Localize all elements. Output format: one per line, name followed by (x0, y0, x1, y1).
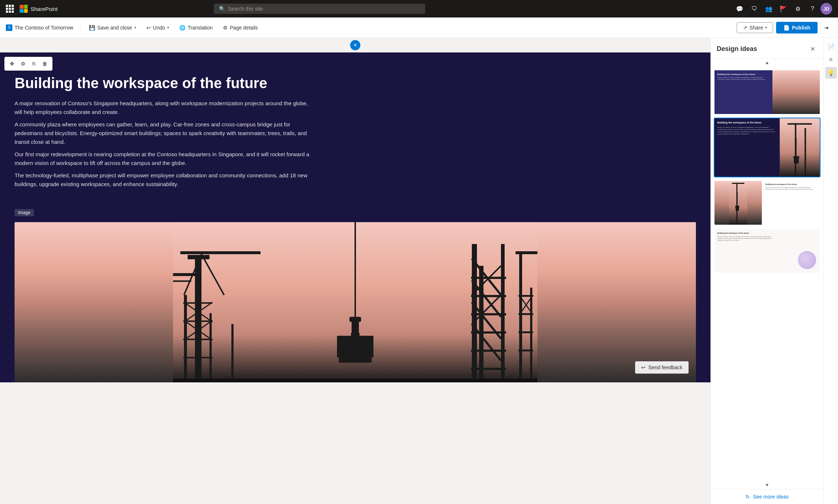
svg-rect-35 (471, 313, 506, 315)
section-move-button[interactable]: ✥ (7, 59, 17, 69)
image-type-label[interactable]: Image (15, 209, 34, 216)
right-tool-format-button[interactable]: ≡ (825, 54, 837, 66)
page-toolbar: S The Contoso of Tomorrow 💾 Save and clo… (0, 17, 838, 38)
search-box[interactable]: 🔍 Search this site (214, 4, 425, 14)
crane-illustration (15, 222, 696, 382)
toolbar-divider-1 (81, 23, 81, 32)
svg-rect-2 (188, 255, 210, 259)
svg-rect-37 (471, 350, 506, 352)
template-1-image-area (772, 70, 820, 114)
waffle-dot (9, 5, 11, 7)
collapse-panel-button[interactable]: ⇥ (821, 22, 832, 34)
share-label: Share (749, 25, 763, 31)
waffle-dot (6, 5, 8, 7)
design-panel-close-button[interactable]: ✕ (807, 44, 818, 54)
panel-scroll-down[interactable]: ▼ (711, 481, 823, 489)
save-close-button[interactable]: 💾 Save and close ▾ (85, 23, 140, 33)
svg-rect-39 (501, 244, 505, 382)
template-3-inner: Building the workspace of the future A m… (714, 181, 820, 225)
hero-paragraph-4[interactable]: The technology-fueled, multiphase projec… (15, 171, 313, 189)
svg-rect-60 (737, 192, 738, 206)
template-thumb-4: Building the workspace of the future A m… (714, 229, 820, 273)
svg-rect-46 (518, 350, 533, 351)
hero-section: ✥ ⚙ ⎘ 🗑 Building the workspace of the fu… (0, 52, 710, 382)
people-button[interactable]: 👥 (762, 2, 775, 15)
design-panel-title: Design ideas (717, 45, 757, 53)
svg-rect-8 (231, 324, 234, 382)
template-1-layout: Building the workspace of the future A m… (714, 70, 820, 114)
template-2-inner: Building the workspace of the future A m… (714, 118, 820, 177)
template-3-text: Building the workspace of the future A m… (763, 181, 820, 225)
page-details-icon: ⚙ (223, 25, 228, 31)
user-avatar[interactable]: JD (821, 3, 832, 15)
template-4-mini-title: Building the workspace of the future (717, 232, 817, 234)
hero-title[interactable]: Building the workspace of the future (15, 74, 313, 92)
add-section-button[interactable]: + (350, 40, 360, 50)
flag-button[interactable]: 🚩 (777, 2, 790, 15)
template-thumb-2: Building the workspace of the future A m… (714, 118, 820, 177)
collapse-icon: ⇥ (824, 25, 829, 31)
design-templates-list: Building the workspace of the future A m… (711, 67, 823, 481)
settings-button[interactable]: ⚙ (791, 2, 804, 15)
section-edit-button[interactable]: ⚙ (18, 59, 28, 69)
nav-icon-group: 💬 🗨 👥 🚩 ⚙ ? JD (733, 2, 832, 15)
undo-button[interactable]: ↩ Undo ▾ (143, 23, 173, 33)
settings-icon: ⚙ (795, 5, 800, 12)
svg-rect-45 (518, 331, 533, 333)
app-launcher-button[interactable] (6, 5, 14, 13)
svg-rect-3 (180, 251, 261, 254)
template-2-mini-title: Building the workspace of the future (717, 121, 775, 124)
template-card-4[interactable]: Building the workspace of the future A m… (714, 228, 821, 273)
refresh-icon: ↻ (745, 494, 750, 500)
share-button[interactable]: ↗ Share ▾ (737, 22, 773, 33)
comments-button[interactable]: 🗨 (748, 2, 761, 15)
hero-content: Building the workspace of the future A m… (0, 52, 328, 203)
template-card-3[interactable]: Building the workspace of the future A m… (714, 180, 821, 225)
svg-rect-36 (471, 331, 506, 334)
waffle-dot (12, 8, 14, 10)
translation-button[interactable]: 🌐 Translation (176, 23, 216, 33)
see-more-ideas-button[interactable]: ↻ See more ideas (711, 489, 823, 504)
svg-rect-20 (349, 317, 361, 322)
svg-rect-10 (183, 320, 212, 322)
svg-rect-53 (796, 138, 796, 157)
send-feedback-button[interactable]: ↩ Send feedback (635, 361, 689, 374)
template-card-1[interactable]: Building the workspace of the future A m… (714, 70, 821, 115)
help-icon-button[interactable]: 💬 (733, 2, 746, 15)
template-1-mini-text: A major renovation of Contoso's Singapor… (717, 77, 770, 81)
page-details-button[interactable]: ⚙ Page details (219, 23, 262, 33)
hero-paragraph-2[interactable]: A community plaza where employees can ga… (15, 120, 313, 146)
template-1-mini-title: Building the workspace of the future (717, 73, 770, 75)
search-icon: 🔍 (219, 6, 225, 12)
delete-icon: 🗑 (42, 61, 47, 67)
template-4-mini-text: A major renovation of Contoso's Singapor… (717, 236, 772, 242)
share-icon: ↗ (743, 25, 747, 31)
translation-label: Translation (188, 25, 213, 31)
microsoft-logo-area[interactable]: SharePoint (20, 5, 58, 13)
hero-body: A major renovation of Contoso's Singapor… (15, 99, 313, 189)
publish-button[interactable]: 📄 Publish (776, 22, 818, 34)
translation-icon: 🌐 (179, 25, 185, 31)
svg-rect-57 (729, 181, 747, 225)
construction-image[interactable]: ↩ Send feedback (15, 222, 696, 382)
hero-paragraph-1[interactable]: A major renovation of Contoso's Singapor… (15, 99, 313, 117)
template-card-2[interactable]: Building the workspace of the future A m… (714, 118, 821, 177)
svg-rect-11 (183, 339, 212, 340)
svg-rect-40 (516, 251, 537, 254)
template-thumb-3: Building the workspace of the future A m… (714, 181, 820, 225)
publish-label: Publish (792, 25, 810, 31)
panel-scroll-up[interactable]: ▲ (711, 59, 823, 67)
svg-rect-55 (794, 159, 799, 164)
hero-paragraph-3[interactable]: Our first major redevelopment is nearing… (15, 150, 313, 168)
site-name-label: The Contoso of Tomorrow (15, 25, 73, 31)
question-button[interactable]: ? (806, 2, 819, 15)
svg-rect-17 (173, 273, 199, 276)
section-duplicate-button[interactable]: ⎘ (29, 59, 39, 69)
right-tool-design-button[interactable]: 💡 (825, 67, 837, 79)
edit-icon: ⚙ (21, 61, 26, 67)
question-icon: ? (811, 5, 814, 12)
right-tool-page-button[interactable]: 📄 (825, 41, 837, 52)
template-3-mini-title: Building the workspace of the future (765, 183, 818, 185)
svg-rect-19 (355, 222, 356, 324)
section-delete-button[interactable]: 🗑 (40, 59, 50, 69)
